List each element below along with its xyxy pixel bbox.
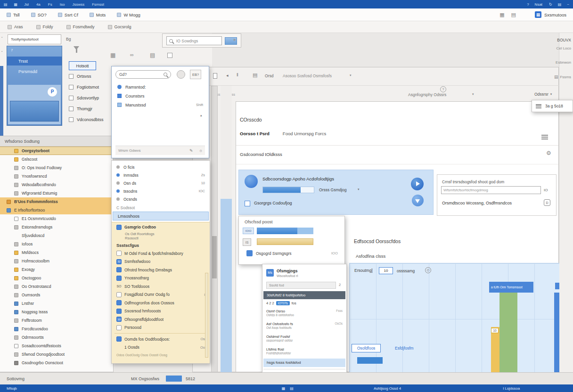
- list-popup-highlight-row[interactable]: hsgs fosss fosfdsfod: [263, 359, 345, 367]
- titlebar-menu-item[interactable]: Jsl: [24, 2, 29, 7]
- menubar-item[interactable]: Ssrt Cf: [58, 12, 78, 17]
- chart-column-green[interactable]: [499, 293, 517, 373]
- list-popup-search[interactable]: Ssofd fod: [266, 282, 336, 289]
- folder-row[interactable]: Fsfftrotoom: [0, 316, 113, 325]
- nav-subpanel[interactable]: [10, 101, 59, 122]
- table-icon[interactable]: ▤: [253, 72, 257, 78]
- vertical-scrollbar[interactable]: [211, 86, 218, 372]
- menu-item[interactable]: Inmsdss Zs: [112, 171, 210, 179]
- folder-row[interactable]: Gsodnogrbo Oonsctoot: [0, 359, 113, 367]
- cream-item[interactable]: M Odsl Fosd & fpotfchslnsdsbory: [112, 249, 210, 258]
- grid-view-icon[interactable]: ▦: [110, 52, 115, 58]
- folder-row[interactable]: Sfjuvdidoscd: [0, 231, 113, 240]
- menu-item[interactable]: O ficis: [112, 163, 210, 171]
- tab-current-panel[interactable]: Oorsso t Psrd: [240, 131, 270, 136]
- right-rail-item[interactable]: Esbnwon: [556, 60, 571, 65]
- folder-row[interactable]: O: Ops Inood Fodtowy: [0, 163, 113, 172]
- gear-icon[interactable]: ⚙: [546, 150, 551, 156]
- left-tools-header-button[interactable]: Tooltymputsrtoot: [8, 34, 61, 44]
- help-icon[interactable]: ?: [527, 2, 529, 7]
- titlebar-grid-icon[interactable]: ▦: [14, 2, 18, 7]
- annotation-label[interactable]: Asgnfogrsphy Odssrs: [408, 92, 446, 97]
- tab-forecast[interactable]: Food Urmorspg Forcs: [283, 131, 326, 136]
- folder-row[interactable]: Sosadtcoomtdfsstoots: [0, 342, 113, 350]
- chevron-down-icon[interactable]: ▾: [472, 92, 474, 96]
- folder-row[interactable]: Gslscoot: [0, 155, 113, 163]
- folder-row[interactable]: Sfwnod Oonogdjoodtoot: [0, 350, 113, 359]
- taskbar-grid-icon[interactable]: ▦: [282, 386, 286, 391]
- send-icon[interactable]: ▸: [234, 37, 236, 42]
- cream-item[interactable]: Ssosrsod hmfoooots: [112, 307, 210, 316]
- titlebar-menu-item[interactable]: 4a: [36, 2, 41, 7]
- folder-row[interactable]: Fsrcdtcuosdoo: [0, 325, 113, 333]
- menu-item[interactable]: Osn ds 10: [112, 179, 210, 187]
- chevron-up-icon[interactable]: ▴: [200, 114, 202, 117]
- hotsott-button[interactable]: Hotsott: [69, 61, 96, 70]
- dialog-menu-icon[interactable]: [541, 135, 548, 139]
- folder-row[interactable]: Odrmsoortts: [0, 333, 113, 342]
- frame-icon[interactable]: [167, 53, 172, 58]
- tool-item[interactable]: Ortsvss: [69, 72, 116, 81]
- app-blue-icon[interactable]: ▦: [535, 11, 541, 18]
- rows-icon[interactable]: ▤: [511, 12, 516, 18]
- columns-icon[interactable]: ▤: [150, 52, 155, 58]
- ribbon-item[interactable]: Foldy: [36, 24, 53, 29]
- grid-icon[interactable]: ▦: [499, 12, 504, 18]
- action-circle-down[interactable]: [412, 195, 424, 206]
- taskbar-rows-icon[interactable]: ▤: [290, 386, 294, 391]
- w1-breadcrumb[interactable]: Asosoo Sosfosd Osmsfosfs: [283, 74, 332, 78]
- folder-row[interactable]: Oo Orsotrotascd: [0, 282, 113, 291]
- list-item[interactable]: Lfsfms ffosl Fosfdjfsjfosfosfdsr: [262, 346, 346, 359]
- menubar-item[interactable]: W Mogg: [117, 12, 140, 17]
- tool-item[interactable]: Fogtiotsmot: [69, 82, 116, 92]
- small-dropdown[interactable]: 3a g 5o18: [532, 100, 573, 112]
- folder-row[interactable]: Wdsodafbcothsndo: [0, 180, 113, 189]
- app-icon[interactable]: ▤: [4, 2, 8, 7]
- titlebar-menu-item[interactable]: Jsswss: [72, 2, 84, 7]
- folder-row[interactable]: Msfdsocs: [0, 248, 113, 257]
- cream-item[interactable]: Fosgjdfotd Oumr Oodg fo i: [112, 291, 210, 299]
- cream-footer-item[interactable]: 1 Oosds Oo: [112, 343, 210, 352]
- dropdown-search-input[interactable]: Gd?: [115, 70, 171, 79]
- dropdown-extra-button[interactable]: EB?: [190, 70, 201, 79]
- list-popup-chip-row[interactable]: 4 2 2 IOT0Ts fos: [266, 301, 296, 305]
- menu-item[interactable]: Ocsnds: [112, 195, 210, 203]
- titlebar-menu-item[interactable]: Fsmsst: [92, 2, 104, 7]
- folder-row[interactable]: Lrsthsr: [0, 299, 113, 308]
- chart-column-yellow[interactable]: [491, 327, 499, 373]
- list-item[interactable]: Osmf Osrso Osfdjs 8 osfdsfosfoo Fsss: [262, 308, 346, 320]
- cream-item[interactable]: 32 Ssmfssfwdooo: [112, 258, 210, 266]
- titlebar-menu-item[interactable]: Fs: [48, 2, 52, 7]
- link-icon[interactable]: ∞: [130, 52, 134, 57]
- ribbon-item[interactable]: Gocsrolg: [108, 24, 131, 29]
- folder-row[interactable]: Iofoos: [0, 240, 113, 248]
- right-rail-item2[interactable]: ▤Fssms: [554, 74, 571, 79]
- info-input[interactable]: Wfsmfsfcfsorfdcfmogdmog: [441, 186, 541, 194]
- cream-footer-item[interactable]: Oomds fos Oodtfoodjoos: Os: [112, 335, 210, 343]
- menubar-item[interactable]: SO?: [31, 12, 47, 17]
- chart-bar-blue-small[interactable]: [555, 283, 559, 289]
- pencil-icon[interactable]: ✎: [189, 148, 193, 153]
- taskbar-left[interactable]: Mfsqb: [7, 386, 17, 391]
- folder-row[interactable]: Oorgsytsrboot: [0, 147, 113, 155]
- refresh-icon[interactable]: ↻: [549, 2, 552, 7]
- folder-row[interactable]: B'Uos Fsfommmfontss: [0, 197, 113, 206]
- folder-row[interactable]: Estonsdnsmdogs: [0, 223, 113, 231]
- filter-icon[interactable]: [74, 46, 79, 61]
- cream-item[interactable]: Psrsoood: [112, 324, 210, 332]
- list-popup-selected-row[interactable]: 30sfUfsf2 8 fosfdjsofsfoo: [263, 291, 345, 299]
- list-item[interactable]: Osfdmsf Fosfsf osgsomsgrsf osfdsr: [262, 333, 346, 346]
- back-icon[interactable]: ◂: [226, 73, 229, 78]
- folder-row[interactable]: Oumsords: [0, 291, 113, 299]
- nav-item[interactable]: Psrsmsdd: [7, 67, 62, 76]
- cream-item[interactable]: Ynossnothsrg: [112, 274, 210, 283]
- nav-item-selected[interactable]: Trsst: [7, 57, 62, 65]
- ribbon-item[interactable]: Aras: [8, 24, 23, 29]
- badge-p[interactable]: P: [48, 87, 57, 97]
- cream-item[interactable]: SO SO Tosfdooos: [112, 282, 210, 291]
- tool-item[interactable]: Vdconosdbtss: [69, 115, 116, 124]
- sync-checkbox[interactable]: [245, 201, 250, 206]
- folder-row[interactable]: Wfgrorantd Estumig: [0, 189, 113, 197]
- folder-row[interactable]: E1 Ocsmmrtcuotdo: [0, 214, 113, 223]
- chart-value-input[interactable]: 10: [379, 267, 393, 274]
